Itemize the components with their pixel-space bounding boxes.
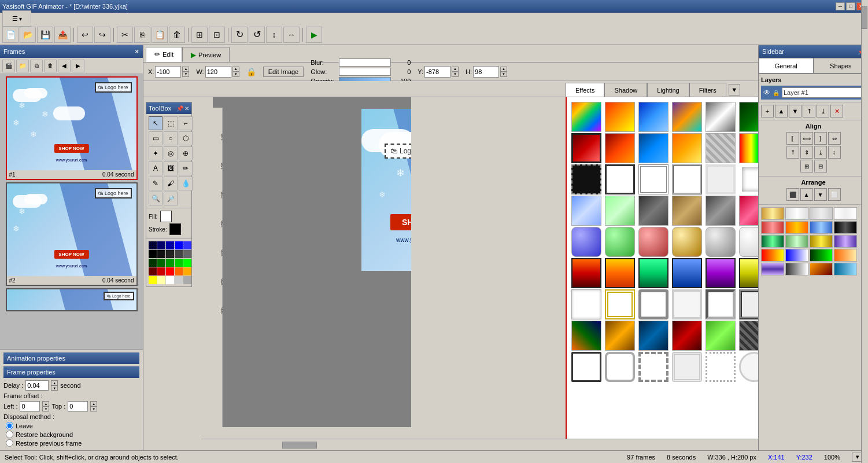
scrollbar-thumb[interactable] — [282, 442, 317, 449]
undo-button[interactable]: ↩ — [77, 27, 93, 43]
effect-thumb[interactable] — [638, 196, 668, 226]
gradient-12[interactable] — [834, 235, 857, 248]
effect-thumb[interactable] — [739, 102, 758, 132]
tool-ellipse[interactable]: ○ — [164, 131, 178, 145]
align-right[interactable]: ⟧ — [814, 132, 827, 145]
arrange-forward[interactable]: ▲ — [800, 188, 813, 201]
sidebar-tab-general[interactable]: General — [759, 58, 814, 74]
move-up-btn[interactable]: ◀ — [58, 60, 71, 72]
tool-path[interactable]: ✏ — [179, 161, 193, 175]
x-down[interactable]: ▼ — [182, 72, 189, 77]
effect-nav-arrow[interactable]: ▼ — [729, 84, 740, 95]
effect-thumb[interactable] — [706, 321, 736, 351]
tool-lasso[interactable]: ⌐ — [179, 116, 193, 130]
rotate-ccw-button[interactable]: ↺ — [249, 27, 265, 43]
color-swatch[interactable] — [149, 250, 157, 258]
color-swatch[interactable] — [175, 250, 183, 258]
align-top[interactable]: ⤒ — [786, 146, 799, 159]
layer-item[interactable]: 👁 🔒 — [761, 86, 866, 100]
gradient-5[interactable] — [761, 221, 784, 234]
frames-list[interactable]: ❄ ❄ ❄ ❄ 🛍Logo here SHOP NOW www.yoururl.… — [0, 74, 143, 350]
tab-preview[interactable]: ▶ Preview — [182, 47, 230, 62]
distribute-v[interactable]: ↕ — [828, 146, 841, 159]
gradient-16[interactable] — [834, 249, 857, 262]
color-swatch[interactable] — [183, 276, 191, 284]
effect-thumb[interactable] — [638, 102, 668, 132]
gradient-1[interactable] — [761, 207, 784, 220]
tab-filters[interactable]: Filters — [689, 83, 726, 97]
x-input[interactable] — [155, 66, 181, 78]
effect-thumb[interactable] — [571, 289, 601, 319]
tool-spiral[interactable]: ◎ — [164, 146, 178, 160]
gradient-13[interactable] — [761, 249, 784, 262]
color-swatch[interactable] — [157, 267, 165, 275]
tab-shadow[interactable]: Shadow — [604, 83, 647, 97]
scrollbar-track[interactable] — [271, 439, 758, 450]
effect-thumb[interactable] — [571, 164, 601, 194]
effect-thumb[interactable] — [706, 196, 736, 226]
w-input[interactable] — [205, 66, 231, 78]
layer-top-btn[interactable]: ⤒ — [803, 105, 815, 117]
effect-thumb[interactable] — [605, 289, 635, 319]
effect-thumb[interactable] — [605, 227, 635, 257]
effect-thumb[interactable] — [638, 258, 668, 288]
new-button[interactable]: 📄 — [2, 27, 19, 43]
sidebar-tab-shapes[interactable]: Shapes — [814, 58, 869, 74]
color-swatch[interactable] — [149, 267, 157, 275]
tab-edit[interactable]: ✏ Edit — [146, 47, 182, 62]
canvas-frame[interactable]: ❄ ❄ ❄ ❄ 🛍 Logo here SHOP NOW www.yoururl… — [361, 109, 411, 271]
delay-down[interactable]: ▼ — [51, 385, 58, 391]
color-swatch[interactable] — [175, 276, 183, 284]
color-swatch[interactable] — [183, 250, 191, 258]
top-down[interactable]: ▼ — [90, 406, 97, 411]
effect-thumb[interactable] — [706, 227, 736, 257]
gradient-scrollbar[interactable] — [861, 204, 868, 450]
color-swatch[interactable] — [157, 259, 165, 267]
gradient-19[interactable] — [810, 263, 833, 275]
effect-thumb[interactable] — [672, 164, 702, 194]
left-up[interactable]: ▲ — [42, 401, 49, 406]
h-input[interactable] — [473, 66, 499, 78]
frame-item[interactable]: ❄ ❄ ❄ ❄ 🛍Logo here SHOP NOW www.yoururl.… — [6, 76, 138, 180]
maximize-button[interactable]: □ — [846, 2, 855, 10]
h-down[interactable]: ▼ — [500, 72, 507, 77]
layer-add-btn[interactable]: + — [761, 105, 774, 117]
tool-zoom-in[interactable]: 🔍 — [149, 192, 162, 205]
color-swatch[interactable] — [175, 259, 183, 267]
effect-thumb[interactable] — [571, 321, 601, 351]
color-swatch[interactable] — [157, 241, 165, 249]
effect-thumb[interactable] — [739, 258, 758, 288]
effect-thumb[interactable] — [739, 227, 758, 257]
lock-icon[interactable]: 🔒 — [246, 67, 256, 76]
delay-up[interactable]: ▲ — [51, 380, 58, 385]
layer-delete-btn[interactable]: ✕ — [830, 105, 843, 117]
copy-button[interactable]: ⎘ — [134, 27, 150, 43]
effect-thumb[interactable] — [672, 196, 702, 226]
stroke-swatch[interactable] — [169, 223, 181, 235]
effect-thumb[interactable] — [672, 258, 702, 288]
fill-swatch[interactable] — [160, 211, 172, 222]
canvas-viewport[interactable]: ❄ ❄ ❄ ❄ 🛍 Logo here SHOP NOW www.yoururl… — [213, 97, 411, 427]
gradient-6[interactable] — [785, 221, 808, 234]
effect-thumb[interactable] — [571, 352, 601, 382]
open-button[interactable]: 📂 — [20, 27, 36, 43]
effect-thumb[interactable] — [605, 133, 635, 163]
w-down[interactable]: ▼ — [232, 72, 239, 77]
effect-thumb[interactable] — [605, 196, 635, 226]
layer-down-btn[interactable]: ▼ — [789, 105, 801, 117]
gradient-10[interactable] — [785, 235, 808, 248]
horizontal-scrollbar[interactable] — [201, 439, 758, 450]
export-button[interactable]: 📤 — [54, 27, 71, 43]
effect-thumb[interactable] — [605, 102, 635, 132]
minimize-button[interactable]: ─ — [836, 2, 845, 10]
effect-thumb[interactable] — [571, 258, 601, 288]
frames-close-icon[interactable]: ✕ — [134, 48, 139, 56]
layer-lock-icon[interactable]: 🔒 — [773, 90, 780, 96]
effect-thumb[interactable] — [706, 133, 736, 163]
flip-v-button[interactable]: ↕ — [266, 27, 282, 43]
gradient-17[interactable] — [761, 263, 784, 275]
effect-thumb[interactable] — [638, 227, 668, 257]
restore-prev-option[interactable]: Restore previous frame — [6, 439, 139, 447]
save-button[interactable]: 💾 — [37, 27, 53, 43]
move-down-btn[interactable]: ▶ — [72, 60, 84, 72]
